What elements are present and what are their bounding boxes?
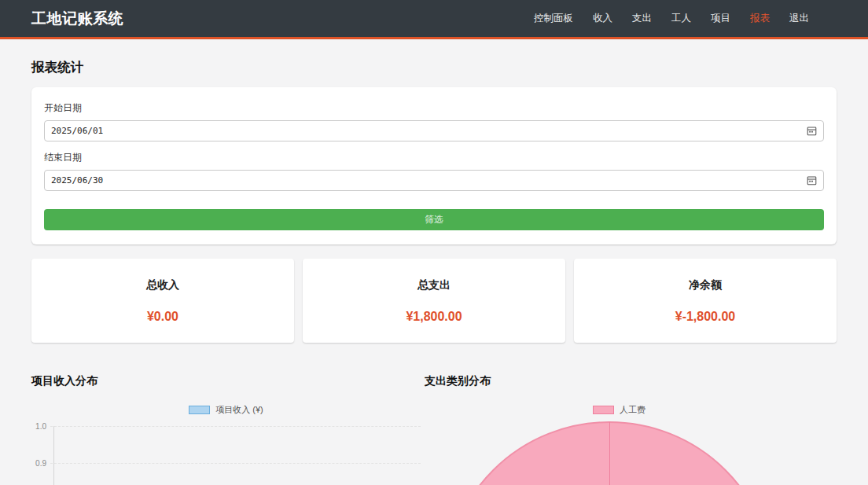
nav-item-workers[interactable]: 工人 bbox=[671, 12, 691, 25]
card-total-expense: 总支出 ¥1,800.00 bbox=[303, 259, 565, 343]
card-total-income: 总收入 ¥0.00 bbox=[31, 259, 294, 343]
gridline bbox=[50, 426, 421, 427]
y-tick: 1.0 bbox=[31, 421, 421, 432]
calendar-icon[interactable] bbox=[807, 175, 817, 186]
y-tick-label: 1.0 bbox=[31, 422, 50, 431]
start-date-value: 2025/06/01 bbox=[51, 126, 103, 136]
nav-item-expense[interactable]: 支出 bbox=[632, 12, 652, 25]
nav-item-income[interactable]: 收入 bbox=[593, 12, 612, 25]
bar-legend-swatch bbox=[189, 406, 210, 414]
card-net-balance: 净余额 ¥-1,800.00 bbox=[574, 259, 837, 343]
summary-cards: 总收入 ¥0.00 总支出 ¥1,800.00 净余额 ¥-1,800.00 bbox=[31, 259, 837, 343]
income-chart-plot: 1.0 0.9 0.8 bbox=[31, 421, 421, 485]
calendar-icon[interactable] bbox=[807, 126, 817, 136]
income-chart-legend[interactable]: 项目收入 (¥) bbox=[31, 404, 421, 416]
nav-item-projects[interactable]: 项目 bbox=[711, 12, 730, 25]
pie-legend-label: 人工费 bbox=[620, 404, 645, 416]
card-title: 净余额 bbox=[574, 278, 837, 292]
expense-chart-legend[interactable]: 人工费 bbox=[425, 404, 814, 416]
card-amount: ¥0.00 bbox=[31, 310, 294, 324]
card-title: 总收入 bbox=[31, 278, 294, 292]
pie-legend-swatch bbox=[593, 406, 614, 414]
nav-item-dashboard[interactable]: 控制面板 bbox=[534, 12, 573, 25]
y-tick-label: 0.9 bbox=[31, 459, 50, 468]
header: 工地记账系统 控制面板 收入 支出 工人 项目 报表 退出 bbox=[0, 0, 868, 39]
nav-item-reports[interactable]: 报表 bbox=[750, 12, 770, 25]
income-chart: 项目收入分布 项目收入 (¥) 1.0 0.9 0.8 bbox=[31, 362, 421, 485]
charts-section: 项目收入分布 项目收入 (¥) 1.0 0.9 0.8 bbox=[31, 362, 837, 485]
y-tick: 0.9 bbox=[31, 457, 421, 468]
expense-pie-plot bbox=[425, 419, 814, 485]
y-axis-line bbox=[53, 426, 54, 485]
app-title: 工地记账系统 bbox=[31, 9, 123, 29]
expense-chart-title: 支出类别分布 bbox=[425, 374, 814, 388]
end-date-value: 2025/06/30 bbox=[51, 175, 103, 186]
filter-panel: 开始日期 2025/06/01 结束日期 2025/06/30 bbox=[31, 87, 837, 244]
nav-item-logout[interactable]: 退出 bbox=[789, 12, 809, 25]
end-date-label: 结束日期 bbox=[44, 151, 824, 164]
income-chart-title: 项目收入分布 bbox=[31, 374, 421, 388]
pie-slice-divider bbox=[609, 422, 610, 485]
filter-submit-button[interactable]: 筛选 bbox=[44, 209, 824, 230]
main-nav: 控制面板 收入 支出 工人 项目 报表 退出 bbox=[534, 12, 809, 25]
start-date-input[interactable]: 2025/06/01 bbox=[44, 120, 824, 141]
gridline bbox=[50, 463, 421, 464]
expense-chart: 支出类别分布 人工费 bbox=[425, 362, 814, 485]
start-date-label: 开始日期 bbox=[44, 101, 824, 115]
page-title: 报表统计 bbox=[31, 59, 837, 76]
card-title: 总支出 bbox=[303, 278, 565, 292]
main-content: 报表统计 开始日期 2025/06/01 结束日期 2025/06/30 bbox=[0, 59, 868, 485]
card-amount: ¥-1,800.00 bbox=[574, 310, 837, 324]
bar-legend-label: 项目收入 (¥) bbox=[215, 404, 263, 416]
end-date-input[interactable]: 2025/06/30 bbox=[44, 170, 824, 191]
card-amount: ¥1,800.00 bbox=[303, 310, 565, 324]
